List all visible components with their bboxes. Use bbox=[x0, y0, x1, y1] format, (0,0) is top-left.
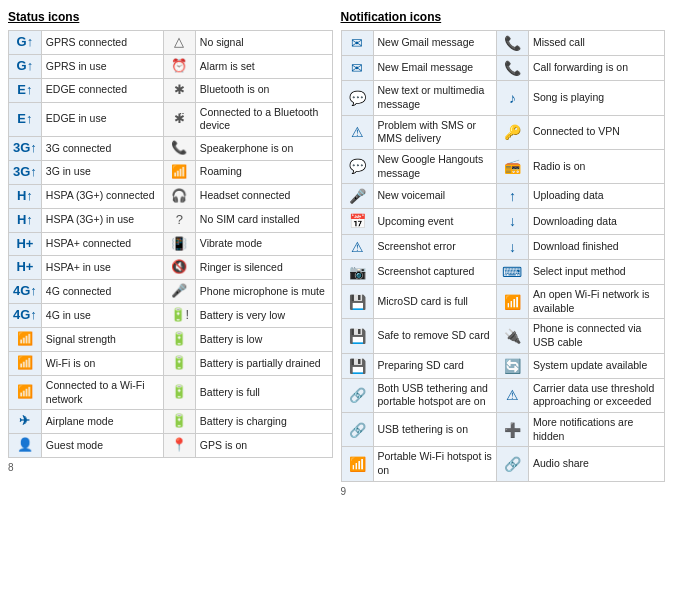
status-row: 👤 Guest mode 📍 GPS is on bbox=[9, 434, 333, 458]
status-label2: Bluetooth is on bbox=[195, 78, 332, 102]
status-row: 3G↑ 3G in use 📶 Roaming bbox=[9, 160, 333, 184]
status-icon2: 🔋 bbox=[163, 410, 195, 434]
notif-label: New Google Hangouts message bbox=[373, 149, 496, 183]
notif-label2: Radio is on bbox=[528, 149, 664, 183]
status-label: Wi-Fi is on bbox=[41, 351, 163, 375]
notif-icon: 💾 bbox=[341, 319, 373, 353]
status-icon: 📶 bbox=[9, 351, 42, 375]
status-label: Guest mode bbox=[41, 434, 163, 458]
notif-icon2: 📻 bbox=[496, 149, 528, 183]
status-label: 4G connected bbox=[41, 280, 163, 304]
status-label: Airplane mode bbox=[41, 410, 163, 434]
status-icon: 3G↑ bbox=[9, 136, 42, 160]
notif-icon: 💬 bbox=[341, 81, 373, 115]
notification-row: ✉ New Gmail message 📞 Missed call bbox=[341, 31, 665, 56]
status-icon2: 🔋 bbox=[163, 375, 195, 409]
status-row: 4G↑ 4G connected 🎤 Phone microphone is m… bbox=[9, 280, 333, 304]
status-icon: H↑ bbox=[9, 184, 42, 208]
notification-row: 🎤 New voicemail ↑ Uploading data bbox=[341, 184, 665, 209]
notif-label2: Song is playing bbox=[528, 81, 664, 115]
status-page-num: 8 bbox=[8, 462, 333, 473]
notif-icon: ⚠ bbox=[341, 234, 373, 259]
status-icon2: △ bbox=[163, 31, 195, 55]
notif-icon: 📷 bbox=[341, 259, 373, 284]
notification-row: 💾 MicroSD card is full 📶 An open Wi-Fi n… bbox=[341, 284, 665, 318]
status-icon: E↑ bbox=[9, 78, 42, 102]
notif-label: New text or multimedia message bbox=[373, 81, 496, 115]
status-label2: GPS is on bbox=[195, 434, 332, 458]
status-row: G↑ GPRS connected △ No signal bbox=[9, 31, 333, 55]
notif-icon: 🔗 bbox=[341, 378, 373, 412]
notification-row: ✉ New Email message 📞 Call forwarding is… bbox=[341, 56, 665, 81]
notif-label2: Audio share bbox=[528, 447, 664, 481]
notif-icon2: 🔗 bbox=[496, 447, 528, 481]
status-label: Signal strength bbox=[41, 328, 163, 352]
status-row: 4G↑ 4G in use 🔋! Battery is very low bbox=[9, 304, 333, 328]
notif-label: Problem with SMS or MMS delivery bbox=[373, 115, 496, 149]
status-label2: Headset connected bbox=[195, 184, 332, 208]
notif-label: USB tethering is on bbox=[373, 413, 496, 447]
status-icon: G↑ bbox=[9, 31, 42, 55]
notif-icon: 📶 bbox=[341, 447, 373, 481]
status-icon2: 📞 bbox=[163, 136, 195, 160]
notif-icon2: 📶 bbox=[496, 284, 528, 318]
notif-label: Screenshot error bbox=[373, 234, 496, 259]
status-label2: Alarm is set bbox=[195, 54, 332, 78]
status-label2: Roaming bbox=[195, 160, 332, 184]
status-label: 4G in use bbox=[41, 304, 163, 328]
notif-label: New voicemail bbox=[373, 184, 496, 209]
notification-row: ⚠ Screenshot error ↓ Download finished bbox=[341, 234, 665, 259]
notif-icon: ⚠ bbox=[341, 115, 373, 149]
notif-icon2: ↓ bbox=[496, 209, 528, 234]
status-label2: Battery is full bbox=[195, 375, 332, 409]
status-row: H↑ HSPA (3G+) in use ? No SIM card insta… bbox=[9, 208, 333, 232]
status-table: G↑ GPRS connected △ No signal G↑ GPRS in… bbox=[8, 30, 333, 458]
status-label2: Vibrate mode bbox=[195, 232, 332, 256]
status-label2: Speakerphone is on bbox=[195, 136, 332, 160]
status-icon: H+ bbox=[9, 256, 42, 280]
status-icon: H↑ bbox=[9, 208, 42, 232]
status-row: E↑ EDGE in use ✱̈ Connected to a Bluetoo… bbox=[9, 102, 333, 136]
notif-label: New Email message bbox=[373, 56, 496, 81]
status-icon2: 🎤 bbox=[163, 280, 195, 304]
status-row: 📶 Wi-Fi is on 🔋 Battery is partially dra… bbox=[9, 351, 333, 375]
status-icon: ✈ bbox=[9, 410, 42, 434]
notif-icon: 🎤 bbox=[341, 184, 373, 209]
notif-label: Portable Wi-Fi hotspot is on bbox=[373, 447, 496, 481]
notif-label: Upcoming event bbox=[373, 209, 496, 234]
status-label2: Battery is low bbox=[195, 328, 332, 352]
notif-icon2: ⌨ bbox=[496, 259, 528, 284]
notification-row: 📶 Portable Wi-Fi hotspot is on 🔗 Audio s… bbox=[341, 447, 665, 481]
status-icon2: ✱̈ bbox=[163, 102, 195, 136]
notif-icon2: 📞 bbox=[496, 56, 528, 81]
status-icon2: ✱ bbox=[163, 78, 195, 102]
notif-label: Preparing SD card bbox=[373, 353, 496, 378]
notification-title: Notification icons bbox=[341, 10, 666, 24]
notification-row: 📷 Screenshot captured ⌨ Select input met… bbox=[341, 259, 665, 284]
notif-icon: ✉ bbox=[341, 31, 373, 56]
notif-label2: More notifications are hidden bbox=[528, 413, 664, 447]
notification-row: 📅 Upcoming event ↓ Downloading data bbox=[341, 209, 665, 234]
status-label: HSPA (3G+) connected bbox=[41, 184, 163, 208]
notif-icon: ✉ bbox=[341, 56, 373, 81]
status-icon2: 📶 bbox=[163, 160, 195, 184]
status-icon2: 🔋! bbox=[163, 304, 195, 328]
status-row: 3G↑ 3G connected 📞 Speakerphone is on bbox=[9, 136, 333, 160]
status-row: E↑ EDGE connected ✱ Bluetooth is on bbox=[9, 78, 333, 102]
status-icon: G↑ bbox=[9, 54, 42, 78]
status-icon2: 📍 bbox=[163, 434, 195, 458]
notif-icon: 💾 bbox=[341, 284, 373, 318]
notification-row: ⚠ Problem with SMS or MMS delivery 🔑 Con… bbox=[341, 115, 665, 149]
notif-label2: An open Wi-Fi network is available bbox=[528, 284, 664, 318]
notif-label2: Phone is connected via USB cable bbox=[528, 319, 664, 353]
status-icon: 3G↑ bbox=[9, 160, 42, 184]
status-row: H+ HSPA+ connected 📳 Vibrate mode bbox=[9, 232, 333, 256]
notif-label: Both USB tethering and portable hotspot … bbox=[373, 378, 496, 412]
notification-row: 💬 New text or multimedia message ♪ Song … bbox=[341, 81, 665, 115]
status-icon2: ? bbox=[163, 208, 195, 232]
status-label2: Battery is very low bbox=[195, 304, 332, 328]
notif-label2: Connected to VPN bbox=[528, 115, 664, 149]
status-label: GPRS connected bbox=[41, 31, 163, 55]
notif-icon: 💾 bbox=[341, 353, 373, 378]
status-icon2: 🔇 bbox=[163, 256, 195, 280]
